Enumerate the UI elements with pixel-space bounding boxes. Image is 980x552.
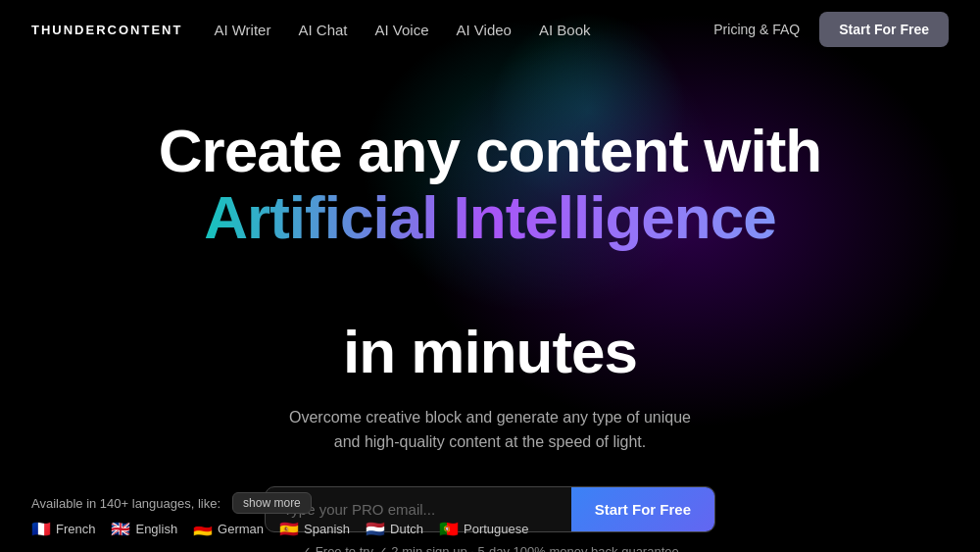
lang-items: 🇫🇷 French 🇬🇧 English 🇩🇪 German 🇪🇸 Spanis… — [31, 520, 529, 538]
lang-french: 🇫🇷 French — [31, 520, 95, 538]
nav-ai-chat[interactable]: AI Chat — [298, 22, 347, 38]
hero-title-gradient: Artificial Intelligence — [159, 184, 821, 251]
lang-portuguese: 🇵🇹 Portuguese — [439, 520, 529, 538]
hero-title-line1: Create any content with — [159, 117, 821, 184]
start-for-free-nav-button[interactable]: Start For Free — [819, 12, 949, 47]
nav-right: Pricing & FAQ Start For Free — [713, 12, 949, 47]
show-more-button[interactable]: show more — [232, 492, 312, 514]
nav-links: AI Writer AI Chat AI Voice AI Video AI B… — [214, 22, 590, 38]
languages-label: Available in 140+ languages, like: — [31, 496, 220, 511]
nav-ai-writer[interactable]: AI Writer — [214, 22, 270, 38]
nav-ai-voice[interactable]: AI Voice — [374, 22, 428, 38]
pricing-link[interactable]: Pricing & FAQ — [713, 22, 800, 37]
lang-german: 🇩🇪 German — [193, 520, 264, 538]
lang-spanish: 🇪🇸 Spanish — [279, 520, 350, 538]
hero-title: Create any content with Artificial Intel… — [159, 118, 821, 385]
navbar: THUNDERCONTENT AI Writer AI Chat AI Voic… — [0, 0, 980, 59]
lang-english: 🇬🇧 English — [111, 520, 177, 538]
hero-section: Create any content with Artificial Intel… — [0, 59, 980, 552]
flag-spanish: 🇪🇸 — [279, 520, 299, 538]
hero-subtitle: Overcome creative block and generate any… — [284, 405, 696, 455]
logo: THUNDERCONTENT — [31, 23, 182, 37]
languages-section: Available in 140+ languages, like: show … — [31, 492, 529, 538]
lang-dutch-label: Dutch — [390, 522, 423, 536]
flag-german: 🇩🇪 — [193, 520, 213, 538]
nav-ai-video[interactable]: AI Video — [457, 22, 512, 38]
lang-spanish-label: Spanish — [304, 522, 350, 536]
lang-portuguese-label: Portuguese — [464, 522, 529, 536]
start-for-free-hero-button[interactable]: Start For Free — [571, 487, 714, 531]
guarantee-text: ✓ Free to try ✓ 2 min sign up · 5-day 10… — [301, 544, 678, 552]
lang-row1: Available in 140+ languages, like: show … — [31, 492, 529, 514]
lang-dutch: 🇳🇱 Dutch — [366, 520, 423, 538]
lang-french-label: French — [56, 522, 95, 536]
nav-ai-book[interactable]: AI Book — [539, 22, 591, 38]
lang-german-label: German — [218, 522, 264, 536]
lang-english-label: English — [135, 522, 177, 536]
flag-dutch: 🇳🇱 — [366, 520, 385, 538]
flag-portuguese: 🇵🇹 — [439, 520, 459, 538]
flag-french: 🇫🇷 — [31, 520, 51, 538]
flag-english: 🇬🇧 — [111, 520, 130, 538]
hero-title-line3: in minutes — [343, 318, 637, 385]
